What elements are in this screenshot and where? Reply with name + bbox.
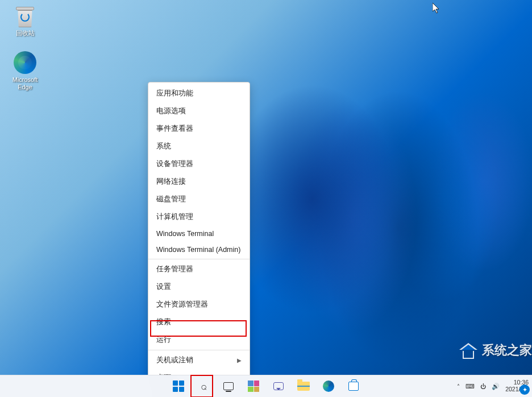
volume-icon[interactable]: 🔊 (492, 383, 500, 390)
tray-overflow-button[interactable]: ˄ (457, 383, 460, 390)
menu-item-disk-mgmt[interactable]: 磁盘管理 (148, 191, 250, 208)
search-button[interactable]: ⌕ (193, 375, 214, 397)
menu-item-file-explorer[interactable]: 文件资源管理器 (148, 296, 250, 313)
menu-item-terminal[interactable]: Windows Terminal (148, 226, 250, 242)
taskbar-center: ⌕ (168, 375, 364, 397)
menu-item-network[interactable]: 网络连接 (148, 173, 250, 191)
taskview-button[interactable] (218, 375, 239, 397)
menu-item-terminal-admin[interactable]: Windows Terminal (Admin) (148, 242, 250, 258)
menu-item-computer-mgmt[interactable]: 计算机管理 (148, 208, 250, 226)
desktop-icon-recycle-bin[interactable]: 回收站 (5, 5, 45, 37)
tray-icon[interactable]: ⏻ (480, 383, 486, 390)
desktop-icon-edge[interactable]: Microsoft Edge (5, 51, 45, 91)
taskview-icon (223, 382, 234, 390)
watermark: 系统之家 (459, 342, 532, 359)
system-tray: ˄ ⌨ ⏻ 🔊 10:36 2021/7/1 (457, 375, 529, 397)
menu-item-search[interactable]: 搜索 (148, 313, 250, 331)
chat-icon (273, 382, 284, 390)
store-icon (348, 382, 359, 391)
menu-item-apps-features[interactable]: 应用和功能 (148, 85, 250, 102)
ime-icon[interactable]: ⌨ (466, 383, 475, 390)
store-button[interactable] (343, 375, 364, 397)
menu-item-task-manager[interactable]: 任务管理器 (148, 260, 250, 278)
widgets-icon (248, 381, 259, 392)
menu-item-device-manager[interactable]: 设备管理器 (148, 155, 250, 173)
menu-item-event-viewer[interactable]: 事件查看器 (148, 120, 250, 138)
explorer-button[interactable] (293, 375, 314, 397)
edge-icon (14, 51, 36, 74)
accessibility-badge-icon[interactable]: ✦ (519, 384, 530, 395)
desktop-icon-label: Microsoft Edge (5, 76, 45, 91)
recycle-bin-icon (14, 5, 36, 27)
watermark-text: 系统之家 (482, 342, 532, 359)
menu-separator (148, 350, 250, 350)
edge-button[interactable] (318, 375, 339, 397)
taskbar: ⌕ ˄ ⌨ ⏻ 🔊 10:36 2021/7/1 (0, 375, 532, 397)
menu-separator (148, 259, 250, 259)
search-icon: ⌕ (201, 381, 207, 392)
chat-button[interactable] (268, 375, 289, 397)
start-button[interactable] (168, 375, 189, 397)
watermark-house-icon (459, 342, 479, 359)
menu-item-system[interactable]: 系统 (148, 138, 250, 155)
menu-item-run[interactable]: 运行 (148, 331, 250, 349)
windows-logo-icon (173, 381, 184, 392)
wallpaper-bloom (0, 0, 532, 375)
menu-item-power-options[interactable]: 电源选项 (148, 102, 250, 120)
menu-item-shutdown[interactable]: 关机或注销 ▶ (148, 351, 250, 369)
widgets-button[interactable] (243, 375, 264, 397)
winx-context-menu: 应用和功能 电源选项 事件查看器 系统 设备管理器 网络连接 磁盘管理 计算机管… (148, 82, 250, 390)
edge-icon (323, 381, 334, 392)
desktop-icon-label: 回收站 (5, 30, 45, 37)
menu-item-settings[interactable]: 设置 (148, 278, 250, 296)
folder-icon (297, 382, 310, 391)
chevron-right-icon: ▶ (237, 357, 242, 363)
desktop[interactable]: 回收站 Microsoft Edge 应用和功能 电源选项 事件查看器 系统 设… (0, 0, 532, 375)
